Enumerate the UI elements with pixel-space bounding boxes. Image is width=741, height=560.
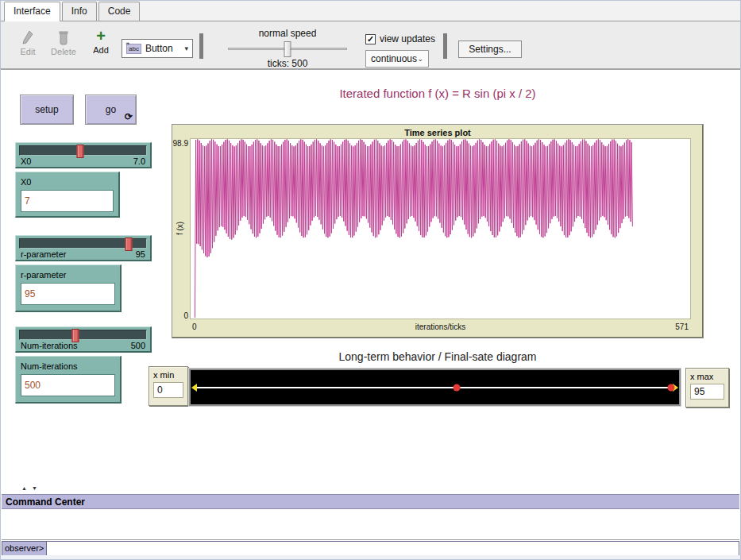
view-updates-label: view updates: [380, 33, 435, 44]
slider-track[interactable]: [19, 330, 147, 340]
time-series-plot: Time series plot 98.9 f (x) 0 0 iteratio…: [172, 124, 704, 338]
x-min-box: x min: [149, 366, 188, 406]
x-axis-label: iterations/ticks: [190, 322, 691, 331]
settings-button[interactable]: Settings...: [458, 41, 522, 58]
command-center-prompt-row: observer>: [2, 541, 739, 556]
command-input[interactable]: [47, 541, 739, 556]
inputbox-label: X0: [21, 177, 114, 187]
command-center-splitter[interactable]: ▲▼: [21, 485, 42, 491]
y-axis-label: f (x): [176, 221, 184, 237]
inputbox-num-iterations: Num-iterations: [15, 356, 122, 404]
slider-value: 500: [131, 341, 145, 350]
tab-code[interactable]: Code: [98, 2, 141, 21]
x-axis-max-label: 571: [675, 322, 689, 331]
speed-slider-label: normal speed: [223, 28, 352, 39]
slider-value: 95: [136, 249, 145, 259]
y-axis-min-label: 0: [172, 311, 188, 320]
window-bottom-edge: [1, 555, 740, 559]
inputbox-r-parameter: r-parameter: [15, 265, 122, 312]
speed-slider[interactable]: [228, 48, 347, 50]
splitter-down-icon: ▼: [32, 485, 42, 491]
go-button-label: go: [106, 104, 116, 115]
x0-input[interactable]: [21, 190, 114, 212]
world-view[interactable]: [189, 369, 681, 406]
plus-icon: +: [88, 28, 114, 45]
widget-type-label: Button: [145, 43, 173, 54]
delete-button[interactable]: Delete: [48, 29, 79, 56]
plot-canvas: [190, 138, 691, 319]
x-min-input[interactable]: [153, 382, 183, 398]
final-state-title: Long-term behavior / Final-sate diagram: [172, 350, 704, 363]
speed-slider-thumb[interactable]: [284, 41, 291, 57]
tab-interface[interactable]: Interface: [4, 2, 60, 21]
update-mode-dropdown[interactable]: continuous ⌄: [365, 50, 429, 68]
inputbox-x0: X0: [15, 172, 120, 218]
slider-num-iterations[interactable]: Num-iterations 500: [15, 326, 152, 353]
netlogo-window: Interface Info Code Edit Delete + Add ❧a…: [0, 0, 741, 560]
x-max-label: x max: [690, 372, 724, 381]
plot-title: Time series plot: [172, 128, 703, 137]
edit-label: Edit: [21, 47, 36, 56]
setup-button[interactable]: setup: [20, 95, 74, 125]
slider-name: r-parameter: [21, 249, 66, 259]
inputbox-label: r-parameter: [21, 270, 115, 280]
y-axis-max-label: 98.9: [172, 139, 188, 148]
add-label: Add: [93, 45, 109, 55]
slider-track[interactable]: [19, 145, 147, 156]
x-max-input[interactable]: [690, 384, 724, 400]
view-updates-checkbox[interactable]: ✓: [365, 34, 376, 44]
add-button[interactable]: + Add: [88, 28, 114, 55]
num-iterations-input[interactable]: [21, 374, 115, 396]
slider-x0[interactable]: X0 7.0: [15, 142, 152, 168]
chevron-down-icon: ⌄: [417, 55, 423, 63]
toolbar-separator: [199, 33, 203, 59]
slider-value: 7.0: [133, 156, 145, 166]
forever-icon: ⟳: [125, 111, 133, 122]
slider-name: Num-iterations: [21, 341, 78, 350]
r-parameter-input[interactable]: [21, 283, 115, 305]
go-button[interactable]: go ⟳: [85, 95, 137, 125]
chevron-down-icon: ▾: [184, 44, 188, 52]
setup-button-label: setup: [35, 104, 58, 115]
button-widget-icon: ❧abc: [126, 44, 141, 54]
update-mode-value: continuous: [371, 53, 417, 64]
turtle-dot: [453, 384, 460, 391]
timeseries-waveform: [191, 139, 690, 319]
pencil-icon: [15, 29, 41, 47]
view-updates-toggle[interactable]: ✓ view updates: [365, 33, 435, 44]
model-title: Iterated function f (x) = R sin (pi x / …: [172, 87, 704, 100]
toolbar: Edit Delete + Add ❧abc Button ▾ normal s…: [1, 21, 740, 70]
number-line: [195, 387, 677, 388]
slider-name: X0: [21, 156, 31, 166]
edit-button[interactable]: Edit: [15, 29, 41, 56]
toolbar-separator: [443, 33, 447, 59]
widget-type-dropdown[interactable]: ❧abc Button ▾: [122, 39, 193, 58]
slider-r-parameter[interactable]: r-parameter 95: [15, 235, 152, 261]
left-arrow-icon: [191, 384, 197, 392]
x-max-box: x max: [685, 368, 729, 407]
turtle-dot: [668, 384, 675, 391]
tab-info[interactable]: Info: [62, 2, 97, 21]
command-center-output[interactable]: [2, 510, 739, 540]
tab-bar: Interface Info Code: [1, 1, 740, 21]
ticks-counter: ticks: 500: [223, 58, 352, 69]
inputbox-label: Num-iterations: [21, 361, 115, 371]
splitter-up-icon: ▲: [21, 485, 32, 491]
slider-track[interactable]: [19, 238, 147, 249]
x-min-label: x min: [153, 370, 183, 380]
trash-icon: [48, 29, 79, 47]
command-center-title: Command Center: [6, 496, 85, 508]
delete-label: Delete: [51, 47, 76, 56]
observer-prompt: observer>: [2, 541, 47, 556]
command-center-header[interactable]: Command Center: [2, 494, 739, 509]
